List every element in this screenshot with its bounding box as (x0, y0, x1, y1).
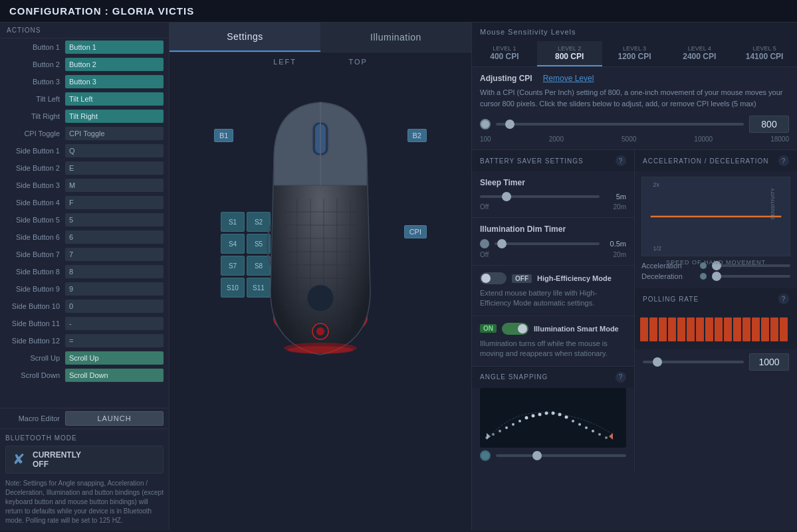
tab-illumination[interactable]: Illumination (320, 23, 471, 52)
cpi-levels-bar: LEVEL 1400 CPILEVEL 2800 CPILEVEL 31200 … (472, 41, 797, 67)
action-row: Side Button 1Q (0, 142, 169, 159)
diagram-btn-cpi[interactable]: CPI (404, 225, 427, 238)
launch-button[interactable]: LAUNCH (65, 411, 164, 426)
diagram-btn-b1[interactable]: B1 (214, 129, 233, 142)
app-title: CONFIGURATION : GLORIA VICTIS (0, 0, 797, 23)
label-top: TOP (348, 58, 367, 66)
cpi-level-2[interactable]: LEVEL 2800 CPI (537, 41, 602, 66)
label-left: LEFT (273, 58, 296, 66)
polling-slider[interactable] (643, 361, 744, 363)
sensitivity-header: Mouse Sensitivity Levels (472, 23, 797, 41)
polling-bar (640, 317, 648, 341)
angle-help-icon[interactable]: ? (616, 372, 626, 383)
accel-chart: 2x 1/2 SENSITIVITY SPEED OF HAND MOVEMEN… (641, 177, 790, 256)
action-button[interactable]: Button 2 (65, 58, 164, 71)
svg-point-25 (592, 430, 594, 432)
dim-timer-slider[interactable] (495, 242, 600, 245)
action-button[interactable]: Button 1 (65, 41, 164, 54)
action-button[interactable]: Tilt Left (65, 92, 164, 106)
action-button[interactable]: Tilt Right (65, 110, 164, 123)
cpi-level-4[interactable]: LEVEL 42400 CPI (667, 41, 732, 66)
svg-point-21 (565, 415, 568, 418)
action-row: Side Button 12= (0, 332, 169, 349)
action-key[interactable]: 7 (65, 248, 164, 261)
sleep-timer-section: Sleep Timer 5m Off 20m (472, 171, 634, 218)
angle-slider[interactable] (496, 454, 626, 457)
svg-point-20 (558, 412, 562, 416)
action-label: Scroll Down (5, 371, 65, 379)
svg-point-8 (307, 285, 334, 311)
diagram-btn-b2[interactable]: B2 (407, 129, 427, 142)
battery-help-icon[interactable]: ? (616, 155, 626, 166)
deceleration-label: Deceleration (641, 272, 695, 280)
action-row: Side Button 99 (0, 280, 169, 298)
bluetooth-status: ✘ CURRENTLYOFF (5, 446, 164, 474)
polling-help-icon[interactable]: ? (778, 294, 789, 304)
polling-bar (780, 317, 788, 341)
action-key[interactable]: 9 (65, 282, 164, 296)
action-row: Tilt RightTilt Right (0, 108, 169, 125)
bluetooth-section: BLUETOOTH MODE ✘ CURRENTLYOFF Note: Sett… (0, 428, 169, 531)
side-btn-s7[interactable]: S7 (221, 256, 245, 276)
action-row: Side Button 3M (0, 177, 169, 194)
action-button[interactable]: Scroll Down (65, 369, 164, 382)
side-btn-s10[interactable]: S10 (221, 278, 245, 298)
cpi-level-5[interactable]: LEVEL 514100 CPI (732, 41, 797, 66)
action-key[interactable]: = (65, 334, 164, 347)
action-row: Side Button 55 (0, 211, 169, 228)
cpi-level-1[interactable]: LEVEL 1400 CPI (472, 41, 537, 66)
polling-bar (696, 317, 704, 341)
smart-mode-toggle[interactable] (502, 323, 528, 335)
bluetooth-header: BLUETOOTH MODE (5, 434, 164, 442)
action-key[interactable]: E (65, 161, 164, 175)
polling-bar (715, 317, 723, 341)
sleep-timer-slider[interactable] (480, 195, 600, 198)
action-row: Side Button 100 (0, 298, 169, 315)
side-btn-s1[interactable]: S1 (221, 212, 245, 232)
action-label: Button 2 (5, 60, 65, 68)
action-button[interactable]: Button 3 (65, 75, 164, 88)
action-label: Side Button 3 (5, 181, 65, 189)
polling-bar (752, 317, 760, 341)
cpi-slider[interactable] (496, 123, 744, 126)
action-row: Side Button 77 (0, 246, 169, 263)
action-button[interactable]: Scroll Up (65, 351, 164, 365)
high-efficiency-section: OFF High-Efficiency Mode Extend mouse ba… (472, 266, 634, 316)
tab-settings[interactable]: Settings (170, 23, 320, 52)
action-row: Scroll DownScroll Down (0, 367, 169, 384)
high-efficiency-toggle[interactable] (480, 272, 507, 284)
action-key[interactable]: 8 (65, 265, 164, 278)
action-row: Button 3Button 3 (0, 73, 169, 90)
svg-point-13 (512, 423, 514, 426)
action-label: Side Button 5 (5, 216, 65, 224)
action-label: Button 1 (5, 43, 65, 51)
cpi-adjust-section: Adjusting CPI Remove Level With a CPI (C… (472, 67, 797, 150)
action-key[interactable]: Q (65, 144, 164, 157)
polling-chart (635, 310, 797, 349)
action-button[interactable]: CPI Toggle (65, 127, 164, 140)
action-row: Side Button 11- (0, 315, 169, 332)
cpi-level-3[interactable]: LEVEL 31200 CPI (602, 41, 667, 66)
action-key[interactable]: - (65, 317, 164, 330)
action-key[interactable]: 5 (65, 213, 164, 226)
macro-row: Macro Editor LAUNCH (0, 408, 169, 428)
polling-slider-row: 1000 (635, 349, 797, 375)
remove-level-link[interactable]: Remove Level (543, 74, 594, 83)
action-key[interactable]: 6 (65, 230, 164, 244)
side-btn-s4[interactable]: S4 (221, 234, 245, 254)
cpi-value-display[interactable]: 800 (749, 116, 789, 133)
action-label: Tilt Left (5, 95, 65, 103)
high-efficiency-desc: Extend mouse battery life with High-Effi… (480, 288, 626, 309)
mouse-outline-svg (261, 92, 380, 371)
svg-point-17 (538, 412, 542, 416)
action-key[interactable]: 0 (65, 300, 164, 313)
action-label: Side Button 2 (5, 164, 65, 172)
sleep-timer-value: 5m (605, 193, 626, 201)
polling-value-display[interactable]: 1000 (749, 353, 789, 371)
accel-help-icon[interactable]: ? (778, 155, 789, 166)
action-label: Side Button 12 (5, 337, 65, 345)
deceleration-slider[interactable] (712, 275, 790, 278)
action-key[interactable]: F (65, 196, 164, 209)
center-panel: Settings Illumination LEFT TOP B1 B3 B2 … (170, 23, 471, 531)
action-key[interactable]: M (65, 179, 164, 192)
